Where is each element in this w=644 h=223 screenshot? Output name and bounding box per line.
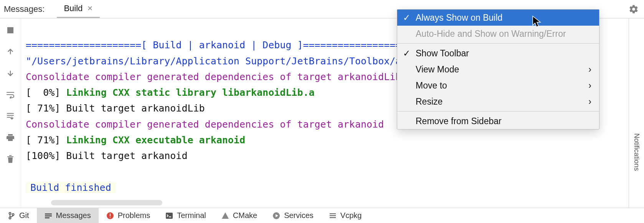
svg-rect-0 [7,27,13,33]
bottom-tab-messages[interactable]: Messages [37,208,99,223]
left-toolbar [0,18,21,208]
up-arrow-icon[interactable] [5,46,16,57]
gear-icon[interactable] [629,4,639,14]
scroll-to-end-icon[interactable] [5,110,16,122]
bottom-toolbar: Git Messages Problems Terminal CMake Ser… [0,208,644,223]
console-line: Consolidate compiler generated dependenc… [26,71,401,82]
console-line: [ 71%] Built target arkanoidLib [26,103,205,114]
vcpkg-icon [329,212,337,220]
terminal-icon [165,212,173,220]
notifications-tab[interactable]: Notifications [632,133,641,171]
bottom-tab-git[interactable]: Git [0,208,37,223]
check-icon: ✓ [403,13,410,23]
chevron-right-icon: › [588,64,591,75]
menu-show-toolbar[interactable]: ✓ Show Toolbar [397,45,599,61]
print-icon[interactable] [5,132,16,143]
console-line: [ 71%] Linking CXX executable arkanoid [26,134,245,146]
chevron-right-icon: › [588,80,591,91]
menu-always-show-on-build[interactable]: ✓ Always Show on Build [397,10,599,26]
console-line: [ 0%] Linking CXX static library libarka… [26,87,315,98]
svg-rect-6 [45,217,50,218]
git-branch-icon [8,212,15,220]
bottom-tab-services[interactable]: Services [265,208,321,223]
menu-remove-from-sidebar[interactable]: Remove from Sidebar [397,113,599,129]
build-finished-line: Build finished [26,182,116,193]
tab-build[interactable]: Build ✕ [57,0,100,18]
soft-wrap-icon[interactable] [5,89,16,100]
console-line: [100%] Built target arkanoid [26,150,187,161]
check-icon: ✓ [403,48,410,59]
bottom-tab-problems[interactable]: Problems [99,208,158,223]
messages-icon [45,212,52,220]
console-line: Consolidate compiler generated dependenc… [26,119,384,130]
svg-rect-4 [45,213,52,215]
svg-rect-8 [110,213,111,216]
panel-options-menu: ✓ Always Show on Build Auto-Hide and Sho… [397,9,599,130]
svg-rect-9 [110,217,111,218]
menu-auto-hide[interactable]: Auto-Hide and Show on Warning/Error [397,26,599,42]
close-icon[interactable]: ✕ [87,4,93,13]
bottom-tab-terminal[interactable]: Terminal [158,208,214,223]
svg-point-3 [12,213,14,215]
services-icon [272,212,280,220]
bottom-tab-vcpkg[interactable]: Vcpkg [321,208,370,223]
menu-resize[interactable]: Resize › [397,93,599,110]
trash-icon[interactable] [5,153,16,165]
stop-button[interactable] [5,25,16,36]
svg-point-2 [9,217,11,219]
chevron-right-icon: › [588,97,591,107]
cmake-icon [221,212,229,220]
menu-separator [397,43,599,44]
bottom-tab-cmake[interactable]: CMake [214,208,265,223]
panel-title: Messages: [4,4,48,14]
svg-rect-5 [45,215,52,216]
horizontal-scrollbar[interactable] [51,200,162,205]
menu-view-mode[interactable]: View Mode › [397,61,599,77]
down-arrow-icon[interactable] [5,67,16,79]
right-sidebar: Notifications [629,18,644,208]
svg-rect-10 [166,213,173,219]
svg-point-1 [9,212,11,214]
menu-separator [397,111,599,112]
svg-marker-11 [222,212,229,219]
menu-move-to[interactable]: Move to › [397,77,599,93]
problems-icon [106,212,114,220]
console-line: "/Users/jetbrains/Library/Application Su… [26,56,401,67]
tab-build-label: Build [64,3,83,13]
